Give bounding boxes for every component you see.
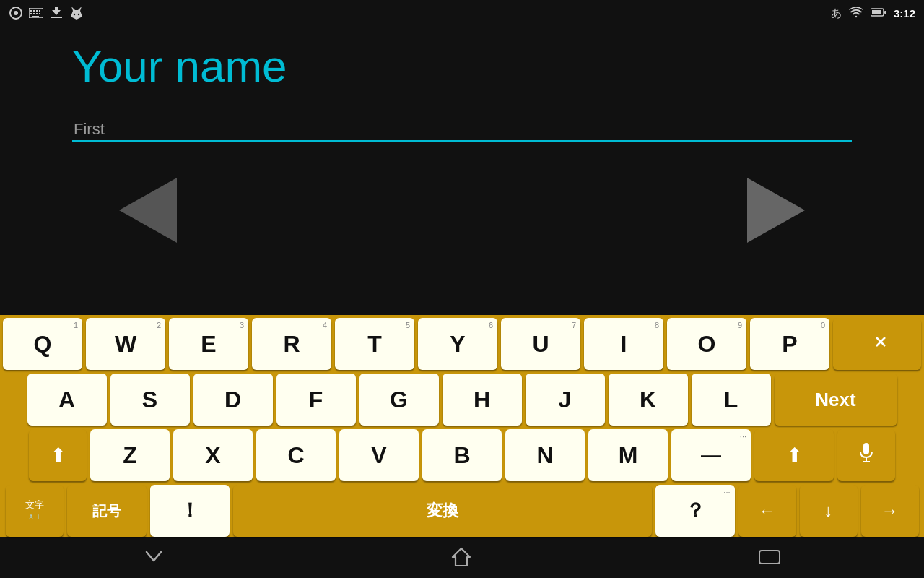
svg-marker-14: [71, 7, 82, 20]
henkan-label: 変換: [427, 500, 458, 522]
cat-icon: [69, 6, 84, 20]
first-name-field-area[interactable]: First: [72, 120, 852, 142]
svg-rect-8: [33, 13, 35, 14]
svg-point-16: [78, 14, 79, 15]
key-Q[interactable]: 1Q: [3, 318, 82, 370]
arrow-left-key[interactable]: ←: [738, 485, 796, 537]
next-arrow-button[interactable]: [744, 178, 808, 243]
svg-rect-10: [39, 13, 40, 14]
kigo-key[interactable]: 記号: [67, 485, 147, 537]
left-arrow-icon: ←: [759, 501, 776, 521]
key-X[interactable]: X: [173, 429, 253, 481]
first-name-placeholder[interactable]: First: [72, 116, 106, 142]
key-O[interactable]: 9O: [667, 318, 746, 370]
key-T[interactable]: 5T: [335, 318, 414, 370]
key-L[interactable]: L: [692, 374, 771, 426]
kigo-label: 記号: [92, 501, 121, 521]
status-left-icons: [9, 6, 84, 20]
svg-rect-23: [863, 443, 869, 454]
key-S[interactable]: S: [110, 374, 190, 426]
mic-key[interactable]: [837, 429, 895, 481]
key-M[interactable]: M: [588, 429, 668, 481]
right-arrow-icon: →: [881, 501, 899, 521]
swirl-icon: [9, 6, 23, 20]
key-W[interactable]: 2W: [86, 318, 165, 370]
key-N[interactable]: N: [505, 429, 585, 481]
nav-arrows-container: [72, 156, 852, 264]
battery-icon: [871, 7, 886, 20]
key-V[interactable]: V: [339, 429, 419, 481]
shift-right-key[interactable]: ⬆: [754, 429, 834, 481]
key-B[interactable]: B: [422, 429, 502, 481]
wifi-icon: [849, 7, 863, 20]
key-A[interactable]: A: [27, 374, 107, 426]
key-question[interactable]: ··· ？: [655, 485, 735, 537]
home-nav-button[interactable]: [422, 541, 500, 575]
delete-key[interactable]: [833, 318, 921, 370]
status-time: 3:12: [894, 7, 915, 20]
page-title: Your name: [72, 40, 852, 92]
recents-nav-button[interactable]: [729, 543, 810, 573]
status-right-icons: あ 3:12: [831, 7, 915, 20]
key-J[interactable]: J: [526, 374, 605, 426]
key-dash-ellipsis[interactable]: ··· —: [671, 429, 751, 481]
shift-up-icon: ⬆: [50, 444, 66, 467]
moji-label: 文字ＡＩ: [25, 499, 44, 522]
key-Y[interactable]: 6Y: [418, 318, 497, 370]
svg-rect-5: [36, 10, 38, 12]
key-U[interactable]: 7U: [501, 318, 580, 370]
key-P[interactable]: 0P: [750, 318, 829, 370]
next-key[interactable]: Next: [775, 374, 897, 426]
back-nav-icon: [143, 549, 165, 567]
recents-nav-icon: [758, 549, 781, 567]
svg-rect-4: [33, 10, 35, 12]
key-E[interactable]: 3E: [169, 318, 248, 370]
down-arrow-icon: ↓: [824, 501, 833, 521]
keyboard-row-3: ⬆ Z X C V B N M ··· — ⬆: [3, 429, 921, 481]
henkan-key[interactable]: 変換: [233, 485, 652, 537]
key-C[interactable]: C: [256, 429, 336, 481]
key-K[interactable]: K: [609, 374, 688, 426]
prev-arrow-button[interactable]: [116, 178, 180, 243]
shift-left-key[interactable]: ⬆: [29, 429, 87, 481]
arrow-right-key[interactable]: →: [861, 485, 919, 537]
keyboard-row-4: 文字ＡＩ 記号 ！ 変換 ··· ？ ← ↓ →: [3, 485, 921, 537]
svg-rect-7: [30, 13, 32, 14]
keyboard-icon: [29, 6, 43, 20]
svg-point-1: [14, 11, 18, 15]
shift-right-icon: ⬆: [786, 444, 803, 467]
svg-point-15: [74, 14, 75, 15]
arrow-left-icon: [119, 178, 177, 243]
svg-marker-26: [453, 548, 470, 566]
delete-icon: [864, 332, 890, 355]
main-content: Your name First: [0, 26, 924, 315]
keyboard-row-1: 1Q 2W 3E 4R 5T 6Y 7U 8I 9O 0P: [3, 318, 921, 370]
arrow-right-icon: [747, 178, 805, 243]
arrow-down-key[interactable]: ↓: [800, 485, 858, 537]
key-I[interactable]: 8I: [584, 318, 663, 370]
svg-rect-11: [32, 16, 39, 17]
key-exclamation[interactable]: ！: [150, 485, 230, 537]
input-method-indicator: あ: [831, 7, 842, 20]
keyboard-row-2: A S D F G H J K L Next: [3, 374, 921, 426]
svg-rect-12: [51, 17, 62, 18]
key-D[interactable]: D: [193, 374, 273, 426]
svg-rect-9: [36, 13, 38, 14]
back-nav-button[interactable]: [114, 543, 193, 573]
status-bar: あ 3:12: [0, 0, 924, 26]
bottom-nav: [0, 540, 924, 576]
mic-icon: [858, 443, 874, 467]
title-divider: [72, 105, 852, 105]
svg-marker-13: [52, 7, 61, 15]
svg-rect-19: [884, 11, 886, 14]
moji-a1-key[interactable]: 文字ＡＩ: [6, 485, 64, 537]
key-H[interactable]: H: [443, 374, 522, 426]
key-G[interactable]: G: [359, 374, 439, 426]
svg-marker-20: [864, 332, 890, 351]
key-F[interactable]: F: [276, 374, 356, 426]
key-Z[interactable]: Z: [90, 429, 170, 481]
download-icon: [49, 6, 64, 20]
keyboard: 1Q 2W 3E 4R 5T 6Y 7U 8I 9O 0P A S D F G …: [0, 315, 924, 537]
key-R[interactable]: 4R: [252, 318, 331, 370]
svg-rect-27: [759, 551, 780, 564]
